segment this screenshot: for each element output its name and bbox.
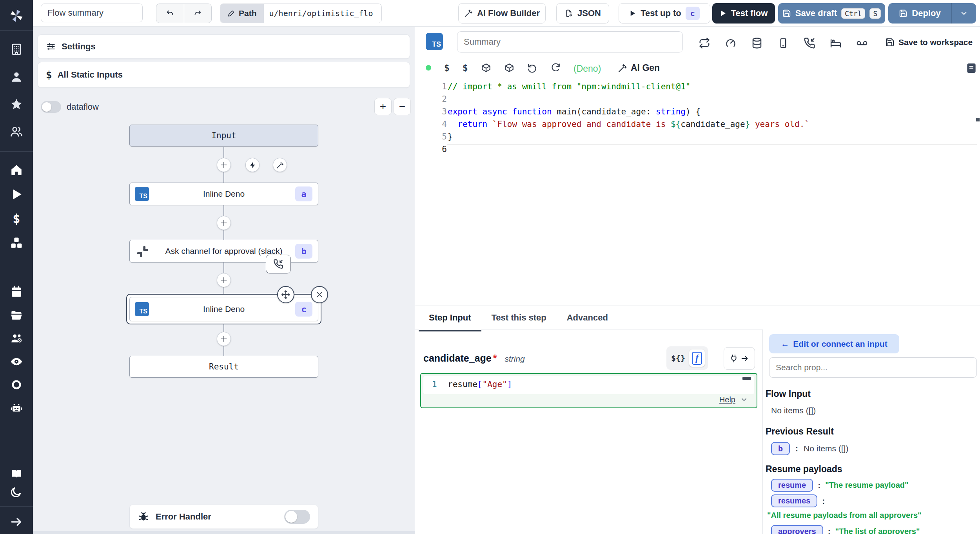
json-button[interactable]: JSON — [556, 3, 609, 24]
collapse-sidebar-icon[interactable] — [10, 515, 23, 529]
sleep-icon[interactable] — [830, 37, 842, 49]
test-up-to-step-badge: c — [686, 7, 700, 20]
redo-button[interactable] — [184, 4, 212, 23]
typescript-icon: TS — [426, 33, 443, 50]
approvers-row: approvers : "The list of approvers" — [771, 525, 920, 534]
step-summary-input[interactable] — [457, 31, 683, 52]
test-flow-button[interactable]: Test flow — [712, 3, 775, 24]
resources-icon[interactable] — [10, 236, 23, 250]
deploy-button[interactable]: Deploy — [888, 3, 952, 24]
path-button[interactable]: Path — [220, 4, 264, 23]
expr-scrollbar — [742, 377, 751, 380]
script-library-icon[interactable] — [965, 62, 978, 74]
variables-icon[interactable]: $ — [10, 212, 23, 225]
suspend-approval-icon[interactable] — [804, 37, 815, 49]
static-mode-button[interactable]: ${} — [671, 353, 685, 363]
path-input[interactable] — [264, 4, 381, 23]
edit-or-connect-button[interactable]: ← Edit or connect an input — [769, 334, 899, 353]
ai-gen-button[interactable]: AI Gen — [618, 63, 660, 73]
javascript-mode-button[interactable]: f — [689, 349, 705, 367]
reset-icon[interactable] — [527, 63, 537, 73]
runs-icon[interactable] — [10, 188, 23, 201]
flow-settings-button[interactable]: Settings — [38, 34, 410, 59]
add-step-button-2[interactable] — [217, 216, 231, 230]
user-icon[interactable] — [10, 70, 23, 83]
step-tabs: Step Input Test this step Advanced — [419, 306, 618, 331]
lightning-icon — [249, 161, 256, 169]
add-step-button-4[interactable] — [217, 332, 231, 346]
error-handler-card[interactable]: Error Handler — [129, 505, 318, 529]
save-icon — [899, 9, 907, 18]
docs-icon[interactable] — [10, 467, 23, 480]
undo-button[interactable] — [156, 4, 184, 23]
flow-summary-input[interactable] — [41, 4, 143, 22]
home-icon[interactable] — [10, 163, 23, 177]
add-step-button-1[interactable] — [217, 158, 231, 172]
dataflow-toggle[interactable] — [41, 101, 61, 113]
trigger-button[interactable] — [245, 158, 260, 172]
close-icon — [315, 290, 324, 299]
all-static-inputs-button[interactable]: $ All Static Inputs — [38, 62, 410, 88]
save-draft-button[interactable]: Save draft Ctrl S — [778, 3, 885, 24]
folders-icon[interactable] — [10, 309, 23, 322]
resume-desc: "The resume payload" — [825, 481, 908, 490]
ai-flow-builder-button[interactable]: AI Flow Builder — [458, 3, 546, 24]
arrow-left-icon: ← — [781, 339, 789, 349]
reload-icon[interactable] — [550, 63, 561, 73]
cache-database-icon[interactable] — [751, 37, 763, 49]
current-line-highlight — [447, 144, 977, 158]
field-row: candidate_age * string — [423, 353, 525, 364]
expression-editor[interactable]: 1 resume["Age"] Help — [420, 373, 757, 408]
zoom-in-button[interactable]: + — [374, 98, 392, 115]
node-result[interactable]: Result — [129, 356, 318, 378]
zoom-out-button[interactable]: − — [394, 98, 411, 115]
mock-icon[interactable] — [777, 37, 789, 49]
line-number: 6 — [434, 145, 447, 154]
plus-icon — [220, 276, 228, 284]
chevron-down-icon[interactable] — [740, 396, 748, 404]
variables-picker-icon[interactable]: $ — [463, 63, 468, 73]
node-a[interactable]: TS Inline Deno a — [129, 183, 318, 205]
approvers-badge[interactable]: approvers — [771, 525, 823, 534]
delete-node-button[interactable] — [311, 286, 328, 303]
search-prop-input[interactable] — [769, 357, 977, 378]
connect-input-button[interactable] — [724, 347, 755, 370]
resumes-badge[interactable]: resumes — [771, 494, 817, 507]
settings-icon[interactable] — [10, 378, 23, 391]
workspace-icon[interactable] — [10, 43, 23, 56]
favorites-icon[interactable] — [10, 98, 23, 111]
early-stop-gauge-icon[interactable] — [725, 37, 737, 49]
users-icon[interactable] — [10, 125, 23, 138]
dark-mode-icon[interactable] — [10, 486, 23, 499]
workers-icon[interactable] — [10, 402, 23, 415]
package-icon[interactable] — [481, 63, 491, 73]
tab-test-this-step[interactable]: Test this step — [481, 306, 557, 331]
add-step-button-3[interactable] — [217, 273, 231, 287]
tab-advanced[interactable]: Advanced — [557, 306, 618, 331]
colon: : — [822, 496, 825, 506]
audit-logs-icon[interactable] — [10, 355, 23, 368]
groups-icon[interactable] — [10, 332, 23, 345]
colon: : — [828, 527, 831, 534]
ai-suggest-button[interactable] — [273, 158, 287, 172]
package-lock-icon[interactable] — [504, 63, 514, 73]
move-node-handle[interactable] — [277, 286, 294, 303]
save-to-workspace-button[interactable]: Save to workspace — [885, 38, 973, 47]
sidebar: $ — [0, 0, 33, 534]
suspend-approval-chip[interactable] — [266, 255, 291, 273]
prev-result-badge[interactable]: b — [771, 442, 790, 455]
help-link[interactable]: Help — [719, 395, 735, 404]
tab-step-input[interactable]: Step Input — [419, 306, 481, 331]
schedules-icon[interactable] — [10, 285, 23, 299]
assets-icon[interactable]: $ — [444, 63, 450, 73]
node-result-label: Result — [209, 362, 239, 371]
code-editor[interactable]: 1 2 3 4 5 6 // import * as wmill from "n… — [416, 80, 980, 304]
node-input[interactable]: Input — [129, 125, 318, 147]
windmill-logo[interactable] — [8, 5, 25, 26]
retries-icon[interactable] — [699, 37, 710, 49]
voicemail-icon[interactable] — [856, 37, 868, 49]
test-up-to-button[interactable]: Test up to c — [619, 3, 710, 24]
deploy-menu-button[interactable] — [952, 3, 976, 24]
error-handler-toggle[interactable] — [284, 510, 310, 524]
resume-badge[interactable]: resume — [771, 479, 813, 492]
